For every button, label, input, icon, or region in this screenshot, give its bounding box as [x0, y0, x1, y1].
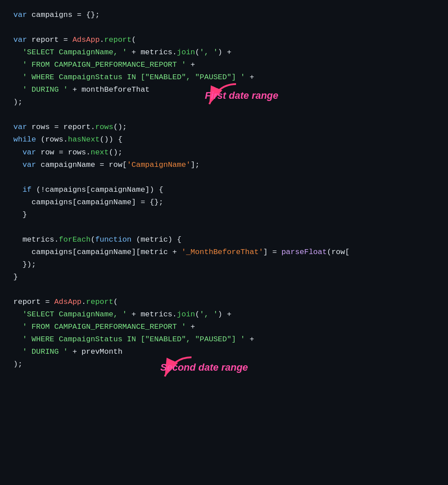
code-line: campaigns[campaignName][metric + '_Month… — [13, 246, 435, 259]
code-line: 'SELECT CampaignName, ' + metrics.join('… — [13, 46, 435, 59]
code-line: }); — [13, 259, 435, 271]
empty-line — [13, 21, 435, 34]
code-container: var campaigns = {}; var report = AdsApp.… — [0, 0, 448, 485]
empty-line — [13, 109, 435, 121]
code-line: var row = rows.next(); — [13, 146, 435, 159]
code-block: var campaigns = {}; var report = AdsApp.… — [13, 9, 435, 371]
annotation-1-label: First date range — [205, 88, 278, 103]
code-line: } — [13, 209, 435, 221]
code-line: } — [13, 271, 435, 283]
annotation-2: Second date range — [160, 355, 196, 380]
code-line: 'SELECT CampaignName, ' + metrics.join('… — [13, 308, 435, 321]
code-line: campaigns[campaignName] = {}; — [13, 196, 435, 209]
code-line-foreach: metrics.forEach(function (metric) { — [13, 234, 435, 246]
code-line-during2: ' DURING ' + prevMonth — [13, 346, 435, 358]
code-line: var rows = report.rows(); — [13, 121, 435, 133]
code-line: var campaignName = row['CampaignName']; — [13, 159, 435, 171]
empty-line — [13, 283, 435, 296]
code-line: var campaigns = {}; — [13, 9, 435, 21]
code-line: ' WHERE CampaignStatus IN ["ENABLED", "P… — [13, 333, 435, 346]
code-line: ' FROM CAMPAIGN_PERFORMANCE_REPORT ' + — [13, 321, 435, 333]
code-line: if (!campaigns[campaignName]) { — [13, 184, 435, 196]
annotation-2-label: Second date range — [160, 360, 248, 375]
code-line: var report = AdsApp.report( — [13, 34, 435, 46]
empty-line — [13, 171, 435, 184]
annotation-1: First date range — [205, 82, 240, 109]
empty-line — [13, 221, 435, 234]
code-line: ' FROM CAMPAIGN_PERFORMANCE_REPORT ' + — [13, 59, 435, 71]
code-line: report = AdsApp.report( — [13, 296, 435, 308]
code-line-while: while (rows.hasNext()) { — [13, 133, 435, 146]
